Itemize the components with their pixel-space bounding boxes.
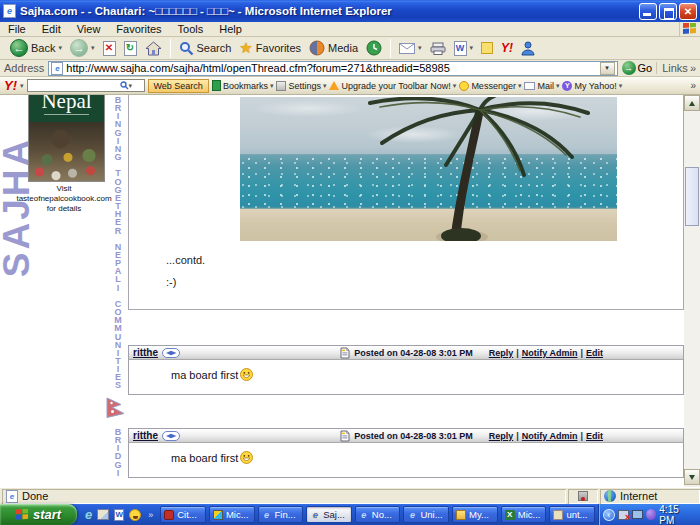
messenger-tray-icon[interactable] — [646, 509, 657, 520]
forward-button[interactable]: → ▾ — [66, 38, 99, 58]
yahoo-search-box[interactable]: ▾ — [27, 79, 145, 92]
menu-favorites[interactable]: Favorites — [108, 23, 169, 35]
reply-link[interactable]: Reply — [489, 431, 514, 441]
task-button-untitled[interactable]: unt... — [549, 506, 595, 523]
edit-link[interactable]: Edit — [586, 348, 603, 358]
status-page-icon: e — [6, 490, 18, 503]
mail-button[interactable]: ▾ — [395, 42, 426, 55]
link-separator: | — [516, 431, 519, 441]
address-dropdown-button[interactable]: ▾ — [600, 62, 615, 75]
home-button[interactable] — [141, 40, 166, 57]
start-button[interactable]: start — [0, 504, 77, 525]
quicklaunch-word-icon[interactable]: W — [114, 509, 124, 521]
network-disconnected-icon[interactable] — [618, 510, 630, 520]
quicklaunch-messenger-icon[interactable] — [129, 509, 141, 521]
my-yahoo-label: My Yahoo! — [574, 81, 616, 91]
upgrade-dropdown-icon[interactable]: ▾ — [453, 82, 457, 90]
yahoo-mail-dropdown-icon[interactable]: ▾ — [556, 82, 560, 90]
menu-view[interactable]: View — [69, 23, 109, 35]
stop-icon: ✕ — [103, 41, 116, 56]
edit-dropdown-icon[interactable]: ▾ — [470, 44, 474, 52]
menu-file[interactable]: File — [0, 23, 34, 35]
reply-link[interactable]: Reply — [489, 348, 514, 358]
excel-icon: X — [505, 510, 515, 520]
menu-edit[interactable]: Edit — [34, 23, 69, 35]
show-desktop-icon[interactable] — [97, 509, 109, 520]
posted-page-icon — [340, 430, 350, 442]
menu-tools[interactable]: Tools — [170, 23, 212, 35]
discuss-button[interactable] — [477, 41, 497, 55]
task-button-fin[interactable]: e Fin... — [258, 506, 304, 523]
bookmarks-button[interactable]: Bookmarks ▾ — [212, 80, 274, 91]
notify-admin-link[interactable]: Notify Admin — [522, 348, 578, 358]
menu-help[interactable]: Help — [211, 23, 250, 35]
yahoo-services-button[interactable]: e Y! — [497, 40, 517, 56]
minimize-button[interactable] — [639, 3, 657, 20]
yahoo-mail-button[interactable]: Mail ▾ — [524, 81, 559, 91]
task-button-excel[interactable]: X Mic... — [501, 506, 547, 523]
yahoo-search-input[interactable] — [30, 80, 120, 91]
scroll-up-button[interactable] — [684, 95, 700, 111]
nepal-cookbook-ad[interactable]: Nepal — [28, 95, 105, 182]
edit-link[interactable]: Edit — [586, 431, 603, 441]
post-author-link[interactable]: ritthe — [133, 347, 158, 358]
task-button-citrix[interactable]: Cit... — [160, 506, 206, 523]
my-yahoo-button[interactable]: Y My Yahoo! ▾ — [562, 81, 622, 91]
my-yahoo-dropdown-icon[interactable]: ▾ — [619, 82, 623, 90]
back-button[interactable]: ← Back ▾ — [6, 38, 66, 58]
pm-envelope-icon[interactable] — [162, 431, 180, 441]
grin-smiley-icon — [240, 451, 253, 464]
posted-page-icon — [340, 347, 350, 359]
restore-button[interactable] — [659, 3, 677, 20]
settings-dropdown-icon[interactable]: ▾ — [323, 82, 327, 90]
task-button-uni[interactable]: e Uni... — [403, 506, 449, 523]
media-button[interactable]: Media — [305, 39, 362, 57]
yahoo-messenger-button[interactable]: Messenger ▾ — [459, 81, 521, 91]
vertical-scrollbar[interactable] — [684, 95, 700, 487]
pm-envelope-icon[interactable] — [162, 348, 180, 358]
task-button-no[interactable]: e No... — [355, 506, 401, 523]
ie-icon: e — [359, 510, 369, 520]
messenger-button[interactable] — [517, 40, 539, 57]
settings-button[interactable]: Settings ▾ — [276, 81, 326, 91]
yahoo-logo[interactable]: Y! — [4, 78, 17, 93]
close-button[interactable]: ✕ — [679, 3, 697, 20]
quicklaunch-overflow-icon[interactable]: » — [148, 510, 153, 520]
yahoo-search-dropdown-icon[interactable]: ▾ — [129, 82, 133, 90]
yahoo-overflow-icon[interactable]: » — [690, 80, 696, 91]
notify-admin-link[interactable]: Notify Admin — [522, 431, 578, 441]
print-icon — [430, 42, 446, 55]
edit-word-button[interactable]: W ▾ — [450, 40, 478, 57]
stop-button[interactable]: ✕ — [99, 40, 120, 57]
quicklaunch-ie-icon[interactable]: e — [85, 507, 92, 522]
citrix-icon — [164, 510, 174, 520]
address-input[interactable]: e http://www.sajha.com/sajha/html/openTh… — [48, 61, 617, 76]
tray-collapse-icon[interactable]: ‹ — [603, 509, 615, 521]
favorites-button[interactable]: ★ Favorites — [235, 38, 305, 58]
bookmarks-dropdown-icon[interactable]: ▾ — [270, 82, 274, 90]
taskbar-clock[interactable]: 4:15 PM — [659, 504, 695, 525]
scroll-down-button[interactable] — [684, 469, 700, 485]
messenger-person-icon — [521, 41, 535, 56]
messenger-dropdown-icon[interactable]: ▾ — [518, 82, 522, 90]
task-button-sajha-active[interactable]: e Saj... — [306, 506, 352, 523]
web-search-button[interactable]: Web Search — [148, 79, 209, 93]
mail-dropdown-icon[interactable]: ▾ — [418, 44, 422, 52]
task-button-my-documents[interactable]: My... — [452, 506, 498, 523]
links-toolbar[interactable]: Links » — [656, 62, 696, 74]
refresh-button[interactable]: ↻ — [120, 40, 141, 57]
post-author-link[interactable]: ritthe — [133, 430, 158, 441]
forward-dropdown-icon[interactable]: ▾ — [91, 44, 95, 52]
network-icon[interactable] — [632, 510, 643, 519]
task-button-microsoft[interactable]: Mic... — [209, 506, 255, 523]
yahoo-logo-dropdown-icon[interactable]: ▾ — [20, 82, 24, 90]
go-button[interactable]: → Go — [622, 61, 653, 75]
links-overflow-icon[interactable]: » — [690, 62, 696, 74]
address-label: Address — [4, 62, 44, 74]
print-button[interactable] — [426, 41, 450, 56]
history-button[interactable] — [362, 39, 386, 57]
back-dropdown-icon[interactable]: ▾ — [58, 44, 62, 52]
scroll-thumb[interactable] — [685, 167, 699, 226]
search-button[interactable]: Search — [175, 40, 236, 57]
upgrade-toolbar-button[interactable]: Upgrade your Toolbar Now! ▾ — [329, 81, 456, 91]
